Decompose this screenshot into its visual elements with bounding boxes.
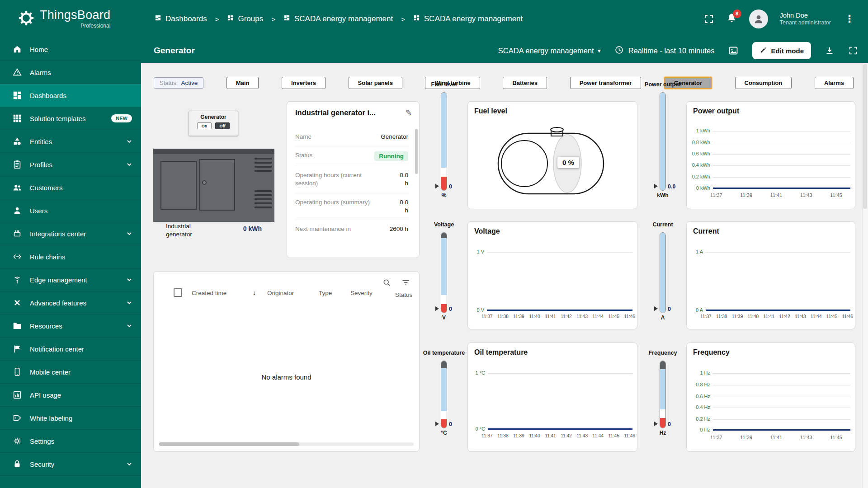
status-chip[interactable]: Status: Active (154, 77, 203, 89)
image-export-icon[interactable] (728, 45, 739, 56)
column-originator[interactable]: Originator (267, 290, 294, 296)
sidebar-item-advanced-features[interactable]: Advanced features (0, 291, 141, 314)
current-gauge: Current 0 A (639, 221, 686, 321)
widget-title: Oil temperature (474, 348, 528, 357)
tab-alarms[interactable]: Alarms (815, 77, 854, 89)
download-icon[interactable] (825, 46, 835, 56)
sidebar-item-users[interactable]: Users (0, 199, 141, 222)
tab-batteries[interactable]: Batteries (503, 77, 547, 89)
sidebar-item-rule-chains[interactable]: Rule chains (0, 245, 141, 268)
logo-subtitle: Professional (40, 23, 110, 29)
edit-pencil-icon[interactable]: ✎ (406, 108, 412, 117)
sidebar-item-profiles[interactable]: Profiles (0, 153, 141, 176)
status-running-chip: Running (374, 151, 408, 161)
tab-power-transformer[interactable]: Power transformer (570, 77, 642, 89)
timewindow-button[interactable]: Realtime - last 10 minutes (614, 45, 715, 56)
user-info[interactable]: John Doe Tenant administrator (780, 11, 831, 27)
breadcrumb: Dashboards > Groups > SCADA energy manag… (155, 14, 523, 23)
frequency-chart-card: Frequency 1 Hz 0.8 Hz 0.6 Hz 0.4 Hz 0.2 … (686, 343, 855, 452)
generator-energy-value: 0 kWh (243, 225, 262, 238)
generator-on-button[interactable]: On (197, 122, 212, 129)
fuel-level-tank-card: Fuel level 0 % (467, 101, 637, 209)
select-all-checkbox[interactable] (174, 288, 182, 297)
sidebar-item-security[interactable]: Security (0, 453, 141, 476)
x-tick-label: 11:40 (747, 314, 759, 319)
chevron-down-icon (127, 324, 132, 328)
resources-icon (12, 320, 23, 331)
alarms-icon (12, 67, 23, 78)
chevron-down-icon (127, 163, 132, 166)
x-tick-label: 11:43 (800, 435, 812, 440)
frequency-gauge: Frequency 0 Hz (639, 350, 686, 436)
sidebar-item-home[interactable]: Home (0, 38, 141, 61)
x-tick-label: 11:39 (740, 192, 752, 198)
current-series-line (706, 310, 850, 311)
info-card-scrollbar (415, 129, 418, 206)
search-icon[interactable] (382, 278, 392, 288)
x-tick-label: 11:45 (830, 192, 842, 198)
sidebar-item-solution-templates[interactable]: Solution templates NEW (0, 107, 141, 130)
sidebar-item-mobile-center[interactable]: Mobile center (0, 361, 141, 384)
sidebar-item-edge-management[interactable]: Edge management (0, 268, 141, 291)
users-icon (12, 205, 23, 216)
sidebar-item-entities[interactable]: Entities (0, 130, 141, 153)
scrollbar-thumb[interactable] (159, 442, 299, 446)
scrollbar-thumb[interactable] (415, 129, 418, 174)
sidebar-item-api-usage[interactable]: API usage (0, 384, 141, 407)
column-created-time[interactable]: Created time (192, 290, 226, 296)
x-tick-label: 11:44 (811, 314, 822, 319)
breadcrumb-groups[interactable]: Groups (227, 14, 263, 23)
mobile-center-icon (12, 366, 23, 377)
gauge-tube (441, 232, 447, 313)
sort-desc-icon[interactable]: ↓ (253, 289, 256, 296)
fuel-level-value: 0 % (557, 157, 579, 168)
scrollbar-thumb[interactable] (863, 64, 867, 209)
x-tick-label: 11:46 (842, 314, 853, 319)
x-tick-label: 11:41 (763, 314, 774, 319)
breadcrumb-separator: > (401, 15, 405, 23)
sidebar-item-integrations-center[interactable]: Integrations center (0, 222, 141, 245)
breadcrumb-dashboard-group[interactable]: SCADA energy management (283, 14, 393, 23)
edit-mode-button[interactable]: Edit mode (752, 42, 811, 59)
generator-image (153, 149, 274, 222)
tab-main[interactable]: Main (226, 77, 259, 89)
gauge-pointer-icon (654, 306, 658, 311)
x-tick-label: 11:40 (529, 433, 540, 438)
notifications-bell-icon[interactable]: 8 (726, 13, 737, 26)
new-badge: NEW (111, 114, 132, 122)
gauge-pointer-icon (654, 184, 658, 188)
column-severity[interactable]: Severity (350, 290, 373, 296)
fullscreen-icon[interactable] (848, 46, 858, 56)
power-series-line (713, 188, 850, 189)
widget-title: Power output (693, 107, 739, 115)
sidebar-item-resources[interactable]: Resources (0, 314, 141, 338)
power-output-chart-card: Power output 1 kWh 0.8 kWh 0.6 kWh 0.4 k… (686, 101, 855, 209)
fullscreen-icon[interactable] (703, 14, 714, 24)
tab-consumption[interactable]: Consumption (735, 77, 792, 89)
sidebar-item-white-labeling[interactable]: White labeling (0, 407, 141, 430)
sidebar-item-settings[interactable]: Settings (0, 430, 141, 453)
tab-inverters[interactable]: Inverters (282, 77, 326, 89)
tab-solar-panels[interactable]: Solar panels (349, 77, 402, 89)
gauge-tube (441, 92, 447, 191)
x-tick-label: 11:42 (561, 433, 572, 438)
sidebar-item-customers[interactable]: Customers (0, 176, 141, 199)
column-status[interactable]: Status (395, 291, 412, 298)
kebab-menu-icon[interactable]: ⋮ (843, 13, 856, 25)
breadcrumb-dashboard[interactable]: SCADA energy management (413, 14, 523, 23)
dashboard-content: Status: Active Main Inverters Solar pane… (141, 63, 868, 488)
sidebar-item-alarms[interactable]: Alarms (0, 61, 141, 84)
x-tick-label: 11:39 (513, 433, 524, 438)
alarms-horizontal-scrollbar (159, 442, 414, 446)
dashboard-state-select[interactable]: SCADA energy management ▾ (498, 47, 601, 55)
sidebar-item-notification-center[interactable]: Notification center (0, 338, 141, 361)
avatar[interactable] (749, 9, 768, 28)
thingsboard-logo[interactable]: ThingsBoard Professional (0, 9, 141, 29)
sidebar-item-dashboards[interactable]: Dashboards (0, 84, 141, 107)
column-type[interactable]: Type (319, 290, 332, 296)
breadcrumb-dashboards[interactable]: Dashboards (155, 14, 207, 23)
frequency-series-line (713, 429, 850, 431)
info-row-next-maintenance: Next maintenance in 2600 h (295, 220, 408, 238)
generator-off-button[interactable]: Off (215, 122, 230, 129)
filter-icon[interactable] (401, 278, 411, 288)
